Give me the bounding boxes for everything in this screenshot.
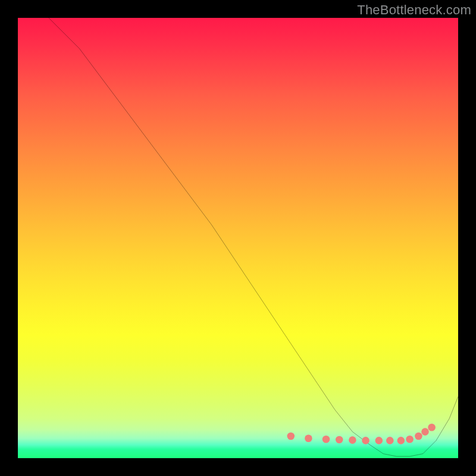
data-point <box>428 424 436 431</box>
marker-group <box>287 424 436 444</box>
data-point <box>406 436 414 443</box>
watermark-text: TheBottleneck.com <box>357 2 471 18</box>
curve-line <box>49 18 458 456</box>
data-point <box>322 436 330 443</box>
data-point <box>349 436 356 444</box>
data-point <box>421 428 429 436</box>
data-point <box>375 437 383 444</box>
data-point <box>362 437 369 444</box>
chart-container: TheBottleneck.com <box>0 0 476 476</box>
chart-svg <box>18 18 458 458</box>
data-point <box>287 433 295 440</box>
data-point <box>386 437 394 444</box>
data-point <box>305 434 312 442</box>
data-point <box>336 436 343 444</box>
data-point <box>415 433 422 440</box>
plot-area <box>18 18 458 458</box>
data-point <box>397 437 405 444</box>
